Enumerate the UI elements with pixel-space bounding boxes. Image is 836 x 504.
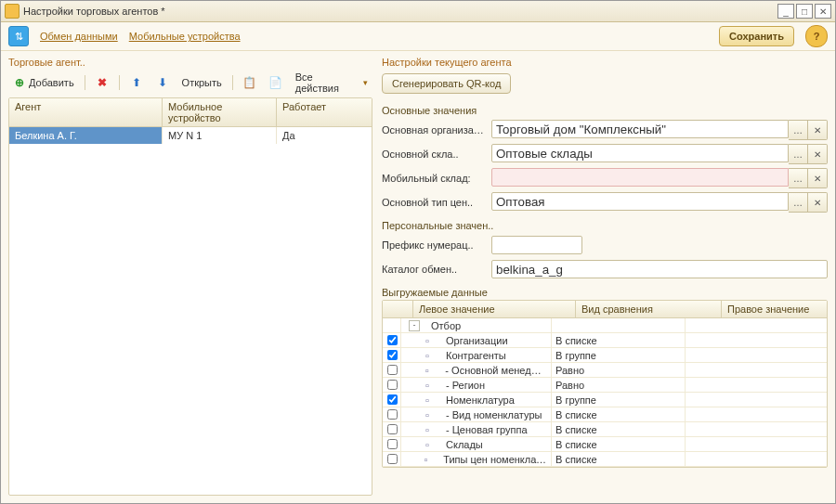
export-header: Выгружаемые данные [382, 287, 828, 298]
col-check [383, 301, 413, 317]
row-checkbox[interactable] [387, 394, 398, 405]
open-button[interactable]: Открыть [177, 74, 227, 91]
table-row[interactable]: ▫- Вид номенклатурыВ списке [383, 407, 827, 422]
table-row[interactable]: ▫- Ценовая группаВ списке [383, 422, 827, 437]
col-left-value[interactable]: Левое значение [413, 301, 576, 317]
link-exchange[interactable]: Обмен данными [40, 31, 118, 42]
cell-check [383, 393, 401, 407]
select-button[interactable]: … [789, 192, 808, 213]
cell-right-value [686, 333, 827, 347]
col-right-value[interactable]: Правое значение [722, 301, 827, 317]
input-mobile-warehouse[interactable] [491, 168, 789, 187]
row-checkbox[interactable] [387, 439, 398, 449]
clear-button[interactable]: ✕ [808, 144, 828, 164]
cell-works: Да [277, 127, 372, 144]
table-row[interactable]: ▫Типы цен номенклатур..В списке [383, 452, 827, 467]
label-price-type: Основной тип цен.. [382, 197, 486, 208]
row-checkbox[interactable] [387, 424, 398, 434]
all-actions-button[interactable]: Все действия ▾ [291, 69, 372, 97]
cell-compare: Равно [552, 378, 686, 392]
cell-compare: В группе [552, 348, 686, 362]
app-icon [5, 4, 20, 19]
paste-button[interactable]: 📄 [265, 73, 287, 92]
label-prefix: Префикс нумерац.. [382, 239, 486, 251]
cell-left-value: ▫- Основной менеджер [401, 363, 552, 377]
copy-icon: 📋 [243, 76, 256, 89]
input-price-type[interactable] [491, 192, 789, 211]
select-button[interactable]: … [789, 168, 808, 188]
export-grid-body[interactable]: -Отбор▫ОрганизацииВ списке▫КонтрагентыВ … [383, 318, 827, 467]
col-device[interactable]: Мобильное устройство [163, 98, 277, 126]
field-mobile-warehouse: … ✕ [491, 168, 828, 188]
field-main-org: … ✕ [491, 120, 828, 140]
help-button[interactable]: ? [805, 25, 828, 47]
field-catalog [491, 260, 828, 278]
cell-compare: В списке [552, 437, 686, 451]
table-row[interactable]: ▫СкладыВ списке [383, 437, 827, 452]
clear-button[interactable]: ✕ [808, 120, 828, 140]
generate-qr-button[interactable]: Сгенерировать QR-код [382, 73, 511, 94]
paste-icon: 📄 [269, 76, 282, 89]
row-checkbox[interactable] [387, 409, 398, 420]
cell-left-value: ▫Типы цен номенклатур.. [401, 452, 552, 466]
copy-button[interactable]: 📋 [239, 73, 261, 92]
all-actions-label: Все действия [295, 71, 359, 94]
chevron-down-icon: ▾ [363, 78, 368, 87]
tree-toggle[interactable]: - [409, 320, 420, 331]
leaf-icon: ▫ [425, 424, 435, 435]
table-row[interactable]: ▫ОрганизацииВ списке [383, 333, 827, 348]
delete-button[interactable]: ✖ [91, 73, 113, 92]
col-compare[interactable]: Вид сравнения [576, 301, 722, 317]
minimize-button[interactable]: _ [777, 4, 794, 19]
input-main-warehouse[interactable] [491, 144, 789, 162]
table-row[interactable]: -Отбор [383, 318, 827, 333]
field-main-warehouse: … ✕ [491, 144, 828, 164]
row-checkbox[interactable] [387, 350, 398, 360]
col-agent[interactable]: Агент [9, 98, 163, 126]
cell-compare: В списке [552, 333, 686, 347]
select-button[interactable]: … [789, 144, 808, 164]
row-checkbox[interactable] [387, 365, 398, 375]
arrow-up-icon: ⬆ [130, 76, 143, 89]
link-mobile-devices[interactable]: Мобильные устройства [129, 31, 241, 42]
open-label: Открыть [182, 77, 222, 88]
table-row[interactable]: ▫- РегионРавно [383, 378, 827, 393]
move-down-button[interactable]: ⬇ [151, 73, 174, 92]
row-checkbox[interactable] [387, 380, 398, 390]
row-catalog: Каталог обмен.. [382, 260, 828, 278]
cell-check [383, 348, 401, 362]
agents-grid: Агент Мобильное устройство Работает Белк… [8, 97, 372, 496]
agents-toolbar: ⊕ Добавить ✖ ⬆ ⬇ Открыть 📋 📄 Все действи… [8, 71, 372, 94]
leaf-icon: ▫ [424, 454, 432, 465]
cell-check [383, 407, 401, 421]
select-button[interactable]: … [789, 120, 808, 140]
input-catalog[interactable] [491, 260, 828, 278]
main-values-header: Основные значения [382, 105, 828, 116]
input-prefix[interactable] [491, 236, 582, 254]
table-row[interactable]: ▫- Основной менеджерРавно [383, 363, 827, 378]
add-button[interactable]: ⊕ Добавить [8, 73, 79, 92]
table-row[interactable]: ▫НоменклатураВ группе [383, 393, 827, 407]
cell-right-value [686, 407, 827, 421]
col-works[interactable]: Работает [277, 98, 372, 126]
close-button[interactable]: ✕ [815, 4, 831, 19]
leaf-icon: ▫ [425, 335, 435, 346]
move-up-button[interactable]: ⬆ [125, 73, 148, 92]
clear-button[interactable]: ✕ [808, 192, 828, 213]
row-checkbox[interactable] [387, 454, 398, 464]
cell-compare [552, 318, 686, 332]
clear-button[interactable]: ✕ [808, 168, 828, 188]
agents-grid-body[interactable]: Белкина А. Г. МУ N 1 Да [9, 127, 372, 495]
table-row[interactable]: ▫КонтрагентыВ группе [383, 348, 827, 363]
table-row[interactable]: Белкина А. Г. МУ N 1 Да [9, 127, 372, 144]
save-button[interactable]: Сохранить [719, 26, 794, 46]
input-main-org[interactable] [491, 120, 789, 138]
cell-compare: Равно [552, 363, 686, 377]
row-checkbox[interactable] [387, 335, 398, 345]
row-label: Склады [446, 439, 483, 450]
cell-right-value [686, 452, 827, 466]
delete-icon: ✖ [96, 76, 109, 89]
row-main-org: Основная организаци.. … ✕ [382, 121, 828, 139]
arrow-down-icon: ⬇ [156, 76, 169, 89]
maximize-button[interactable]: □ [796, 4, 813, 19]
